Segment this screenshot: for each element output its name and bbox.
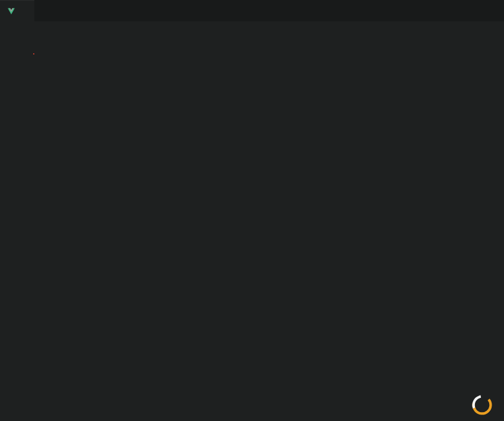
tab-bar — [0, 0, 504, 21]
highlight-box — [33, 53, 34, 54]
watermark-logo — [472, 395, 496, 415]
file-tab[interactable] — [0, 0, 34, 21]
svg-point-1 — [472, 395, 492, 415]
logo-icon — [472, 395, 492, 415]
vue-file-icon — [7, 7, 15, 15]
editor-body[interactable] — [0, 21, 504, 421]
code-editor — [0, 0, 504, 421]
code-content[interactable] — [33, 26, 504, 421]
line-gutter — [0, 26, 33, 421]
svg-point-0 — [472, 395, 492, 415]
